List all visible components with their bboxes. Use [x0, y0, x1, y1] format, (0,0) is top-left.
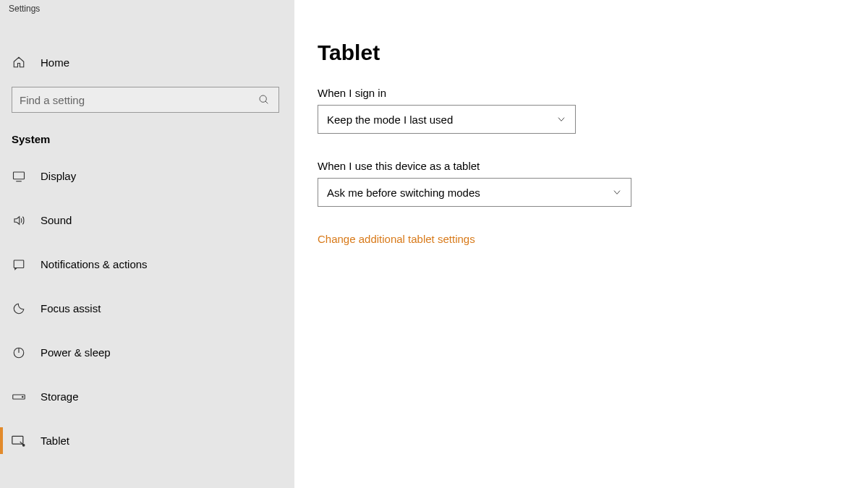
home-button[interactable]: Home	[0, 48, 294, 77]
sidebar-item-label: Sound	[41, 214, 72, 226]
sidebar-item-label: Display	[41, 170, 76, 182]
signin-dropdown[interactable]: Keep the mode I last used	[318, 105, 576, 134]
sidebar-item-label: Power & sleep	[41, 346, 111, 359]
svg-rect-2	[14, 172, 25, 179]
page-title: Tablet	[318, 40, 868, 65]
sidebar-item-notifications[interactable]: Notifications & actions	[0, 242, 294, 286]
svg-rect-4	[14, 260, 24, 268]
section-label: System	[0, 113, 294, 154]
nav-list: Display Sound Notifications & actions Fo…	[0, 154, 294, 463]
sidebar: Settings Home System	[0, 0, 294, 488]
sidebar-item-tablet[interactable]: Tablet	[0, 419, 294, 463]
main-content: Tablet When I sign in Keep the mode I la…	[294, 0, 868, 488]
sidebar-item-label: Focus assist	[41, 302, 101, 314]
device-value: Ask me before switching modes	[327, 187, 480, 199]
sidebar-item-power-sleep[interactable]: Power & sleep	[0, 330, 294, 374]
svg-point-0	[260, 95, 266, 102]
notifications-icon	[12, 258, 26, 271]
sidebar-item-label: Storage	[41, 390, 79, 403]
storage-icon	[12, 392, 26, 402]
svg-line-1	[265, 101, 268, 103]
sidebar-item-label: Notifications & actions	[41, 258, 148, 270]
sidebar-item-focus-assist[interactable]: Focus assist	[0, 286, 294, 330]
tablet-icon	[12, 435, 26, 448]
sidebar-item-sound[interactable]: Sound	[0, 198, 294, 242]
search-input[interactable]	[12, 87, 279, 113]
svg-point-8	[22, 396, 24, 398]
display-icon	[12, 170, 26, 183]
chevron-down-icon	[556, 114, 566, 124]
home-label: Home	[41, 56, 69, 69]
window-title: Settings	[0, 0, 294, 17]
sidebar-item-label: Tablet	[41, 435, 69, 447]
search-field[interactable]	[12, 87, 250, 112]
focus-assist-icon	[12, 302, 26, 315]
signin-label: When I sign in	[318, 87, 868, 99]
device-label: When I use this device as a tablet	[318, 160, 868, 172]
power-icon	[12, 346, 26, 359]
sidebar-item-storage[interactable]: Storage	[0, 374, 294, 419]
device-dropdown[interactable]: Ask me before switching modes	[318, 178, 631, 207]
additional-settings-link[interactable]: Change additional tablet settings	[318, 233, 475, 245]
search-icon	[250, 94, 278, 106]
sidebar-item-display[interactable]: Display	[0, 154, 294, 198]
home-icon	[12, 56, 26, 69]
chevron-down-icon	[612, 187, 622, 197]
svg-point-10	[22, 444, 24, 446]
sound-icon	[12, 214, 26, 227]
signin-value: Keep the mode I last used	[327, 114, 453, 126]
